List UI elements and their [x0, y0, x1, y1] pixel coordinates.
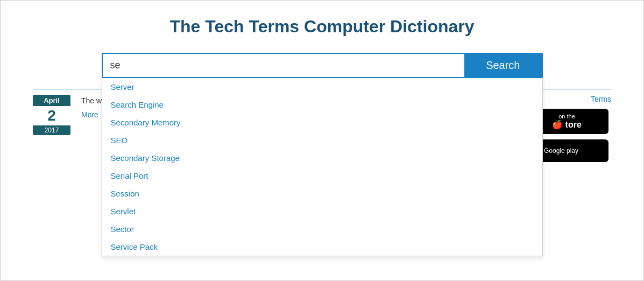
site-title: The Tech Terms Computer Dictionary [33, 17, 611, 37]
autocomplete-item-search-engine[interactable]: Search Engine [102, 96, 542, 114]
search-container: Search Server Search Engine Secondary Me… [102, 53, 543, 78]
autocomplete-item-secondary-memory[interactable]: Secondary Memory [102, 114, 542, 131]
terms-link[interactable]: Terms [591, 95, 611, 103]
google-play-text: Google play [544, 147, 578, 154]
autocomplete-item-secondary-storage[interactable]: Secondary Storage [102, 149, 542, 167]
autocomplete-item-server[interactable]: Server [102, 78, 542, 96]
date-year: 2017 [33, 125, 70, 135]
autocomplete-item-serial-port[interactable]: Serial Port [102, 167, 542, 185]
date-month: April [33, 95, 70, 106]
search-button[interactable]: Search [464, 54, 541, 77]
autocomplete-item-seo[interactable]: SEO [102, 131, 542, 149]
page-wrapper: The Tech Terms Computer Dictionary Searc… [0, 0, 644, 281]
autocomplete-item-sector[interactable]: Sector [102, 220, 542, 238]
date-day: 2 [33, 106, 70, 125]
search-section: Search Server Search Engine Secondary Me… [33, 53, 611, 78]
autocomplete-item-service-pack[interactable]: Service Pack [102, 238, 542, 256]
search-input[interactable] [103, 54, 465, 77]
autocomplete-item-session[interactable]: Session [102, 185, 542, 202]
date-badge: April 2 2017 [33, 95, 70, 135]
search-bar: Search [102, 53, 543, 78]
autocomplete-item-servlet[interactable]: Servlet [102, 202, 542, 220]
autocomplete-dropdown: Server Search Engine Secondary Memory SE… [102, 78, 543, 256]
